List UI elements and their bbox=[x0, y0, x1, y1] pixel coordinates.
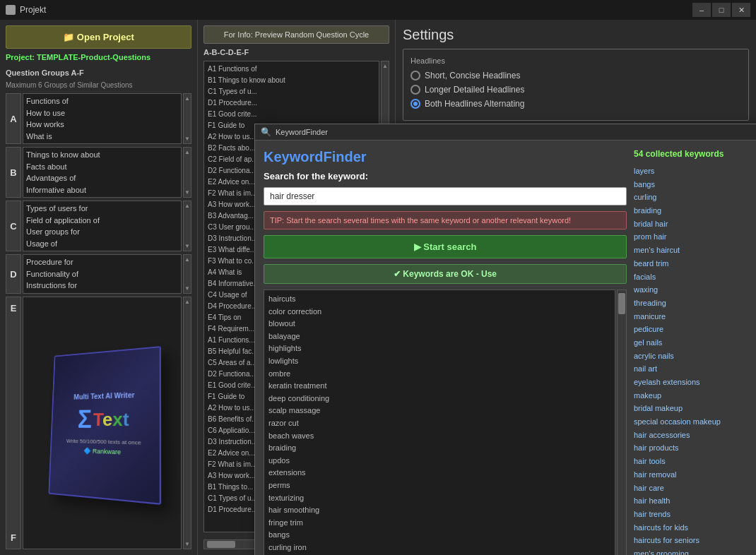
group-label-d: D bbox=[6, 254, 21, 294]
kf-keyword-list-container: haircutscolor correctionblowoutbalayageh… bbox=[264, 290, 627, 555]
group-item: Procedure for bbox=[26, 256, 178, 268]
keyword-item: highlights bbox=[267, 342, 612, 355]
kf-icon: 🔍 bbox=[261, 127, 271, 137]
kf-tip: TIP: Start the search several times with… bbox=[264, 211, 627, 229]
collected-keyword-item: hair care bbox=[634, 482, 756, 495]
group-row-c: C Types of users for Field of applicatio… bbox=[6, 201, 191, 251]
sigma-icon: Σ bbox=[77, 405, 92, 434]
keyword-item: braiding bbox=[267, 442, 612, 455]
group-list-b[interactable]: Things to know about Facts about Advanta… bbox=[23, 147, 182, 198]
kf-keyword-list[interactable]: haircutscolor correctionblowoutbalayageh… bbox=[264, 290, 615, 555]
radio-both[interactable]: Both Headlines Alternating bbox=[411, 99, 741, 109]
group-item: Informative about bbox=[26, 184, 178, 196]
radio-short-label: Short, Concise Headlines bbox=[425, 71, 520, 80]
kf-title-label: KeywordFinder bbox=[276, 128, 328, 136]
group-item: Functionality of bbox=[26, 268, 178, 280]
kf-search-input[interactable] bbox=[264, 187, 627, 205]
collected-keyword-item: manicure bbox=[634, 310, 756, 323]
scroll-down-icon[interactable]: ▼ bbox=[184, 243, 190, 249]
question-item: B1 Things to know about bbox=[206, 75, 377, 86]
book-subtitle: Write 50/100/500 texts at once bbox=[66, 438, 141, 446]
settings-title: Settings bbox=[403, 27, 749, 43]
kf-start-button[interactable]: ▶ Start search bbox=[264, 235, 627, 258]
group-item: What is bbox=[26, 131, 178, 143]
rankware-logo: 🔷 Rankware bbox=[83, 447, 121, 455]
group-scroll-ef[interactable]: ▲ ▼ bbox=[183, 297, 191, 549]
radio-longer[interactable]: Longer Detailed Headlines bbox=[411, 85, 741, 95]
keyword-item: ombre bbox=[267, 368, 612, 381]
abcdef-label: A-B-C-D-E-F bbox=[203, 48, 389, 56]
scroll-up-icon[interactable]: ▲ bbox=[184, 299, 190, 305]
scroll-down-icon[interactable]: ▼ bbox=[184, 541, 190, 547]
group-scroll-b[interactable]: ▲ ▼ bbox=[183, 147, 191, 198]
radio-short[interactable]: Short, Concise Headlines bbox=[411, 71, 741, 80]
group-label-a: A bbox=[6, 93, 21, 144]
title-bar-controls: – □ ✕ bbox=[692, 3, 750, 17]
group-item: Usage of bbox=[26, 238, 178, 250]
preview-button[interactable]: For Info: Preview Random Question Cycle bbox=[203, 25, 389, 44]
title-bar-left: Projekt bbox=[6, 5, 46, 15]
collected-keyword-item: special occasion makeup bbox=[634, 415, 756, 429]
keyword-item: deep conditioning bbox=[267, 393, 612, 405]
scroll-up-icon[interactable]: ▲ bbox=[382, 63, 388, 69]
group-item: How works bbox=[26, 119, 178, 131]
keyword-item: curling iron bbox=[267, 542, 612, 554]
group-list-c[interactable]: Types of users for Field of application … bbox=[23, 201, 182, 251]
group-list-d[interactable]: Procedure for Functionality of Instructi… bbox=[23, 254, 182, 294]
group-scroll-a[interactable]: ▲ ▼ bbox=[183, 93, 191, 144]
minimize-button[interactable]: – bbox=[692, 3, 711, 17]
keyword-item: lowlights bbox=[267, 355, 612, 368]
collected-keyword-item: hair removal bbox=[634, 468, 756, 482]
book-logo-area: Σ Text bbox=[77, 404, 129, 434]
group-row-b: B Things to know about Facts about Advan… bbox=[6, 147, 191, 198]
collected-keyword-item: bridal makeup bbox=[634, 402, 756, 415]
kf-title-bar: 🔍 KeywordFinder bbox=[255, 124, 756, 141]
project-name: Project: TEMPLATE-Product-Questions bbox=[6, 53, 191, 61]
scroll-down-icon[interactable]: ▼ bbox=[184, 285, 190, 292]
group-label-e: E bbox=[11, 303, 17, 314]
keyword-item: hair smoothing bbox=[267, 504, 612, 517]
collected-keyword-item: facials bbox=[634, 270, 756, 284]
group-label-ef: E F bbox=[6, 297, 21, 549]
kf-keyword-scrollbar[interactable] bbox=[617, 290, 627, 555]
scroll-down-icon[interactable]: ▼ bbox=[184, 136, 190, 142]
question-item: D1 Procedure... bbox=[206, 97, 377, 109]
scroll-up-icon[interactable]: ▲ bbox=[184, 256, 190, 263]
keyword-item: bangs bbox=[267, 529, 612, 542]
scroll-up-icon[interactable]: ▲ bbox=[184, 95, 190, 102]
group-item: Functions of bbox=[26, 95, 178, 107]
open-project-button[interactable]: 📁 Open Project bbox=[6, 25, 191, 49]
group-item: Helpful facts about bbox=[26, 196, 178, 198]
group-scroll-d[interactable]: ▲ ▼ bbox=[183, 254, 191, 294]
book-title: Multi Text AI Writer bbox=[73, 390, 134, 402]
scroll-down-icon[interactable]: ▼ bbox=[184, 189, 190, 196]
question-item: E1 Good crite... bbox=[206, 109, 377, 120]
radio-longer-circle[interactable] bbox=[411, 85, 420, 95]
maximize-button[interactable]: □ bbox=[712, 3, 731, 17]
scroll-up-icon[interactable]: ▲ bbox=[184, 203, 190, 209]
radio-short-circle[interactable] bbox=[411, 71, 420, 80]
group-scroll-c[interactable]: ▲ ▼ bbox=[183, 201, 191, 251]
h-scroll-thumb bbox=[207, 541, 235, 548]
kf-body: KeywordFinder Search for the keyword: TI… bbox=[255, 141, 756, 555]
group-item: User groups for bbox=[26, 226, 178, 238]
keyword-item: blowout bbox=[267, 318, 612, 330]
kf-collected-list: layersbangscurlingbraidingbridal hairpro… bbox=[634, 165, 756, 555]
scroll-up-icon[interactable]: ▲ bbox=[184, 149, 190, 155]
collected-keyword-item: threading bbox=[634, 297, 756, 310]
group-list-a[interactable]: Functions of How to use How works What i… bbox=[23, 93, 182, 144]
close-button[interactable]: ✕ bbox=[732, 3, 750, 17]
kf-search-label: Search for the keyword: bbox=[264, 171, 627, 181]
group-item: Advantages of bbox=[26, 172, 178, 184]
group-item: Areas of application of bbox=[26, 249, 178, 251]
window-title: Projekt bbox=[20, 5, 46, 15]
collected-keyword-item: hair tools bbox=[634, 455, 756, 468]
collected-keyword-item: men's haircut bbox=[634, 244, 756, 257]
collected-keyword-item: pedicure bbox=[634, 323, 756, 336]
radio-both-circle[interactable] bbox=[411, 99, 420, 109]
collected-keyword-item: hair accessories bbox=[634, 429, 756, 442]
keyword-finder-dialog: 🔍 KeywordFinder KeywordFinder Search for… bbox=[254, 124, 756, 555]
group-item: How to use bbox=[26, 107, 178, 119]
kf-right: 54 collected keywords layersbangscurling… bbox=[634, 149, 756, 555]
group-label-f: F bbox=[11, 532, 16, 543]
